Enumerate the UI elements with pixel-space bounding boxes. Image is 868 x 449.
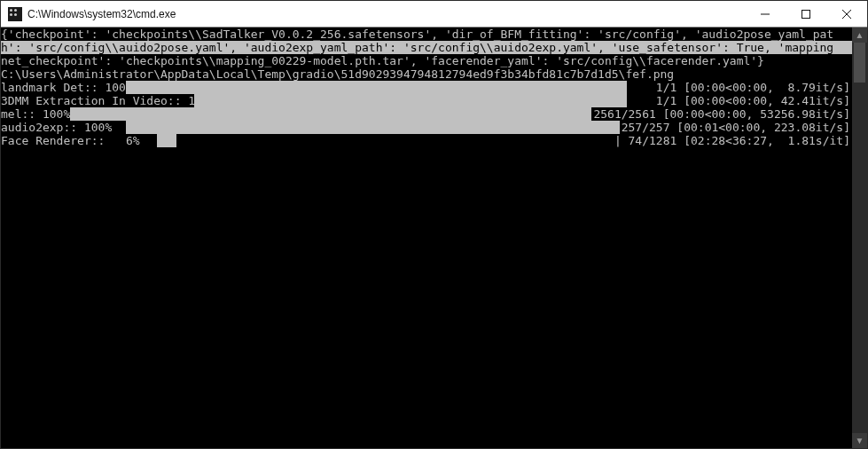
progress-label: audio2exp:: 100% xyxy=(1,121,112,134)
output-line: h': 'src/config\\auido2pose.yaml', 'audi… xyxy=(1,41,852,54)
progress-stats: 257/257 [00:01<00:00, 223.08it/s] xyxy=(622,121,850,134)
progress-label: mel:: 100% xyxy=(1,107,70,121)
svg-rect-0 xyxy=(802,10,810,18)
progress-line: 3DMM Extraction In Video:: 100% 1/1 [00:… xyxy=(1,94,852,107)
progress-label: Face Renderer:: 6% xyxy=(1,134,140,147)
progress-line: audio2exp:: 100%257/257 [00:01<00:00, 22… xyxy=(1,121,852,134)
scroll-down-arrow[interactable]: ▼ xyxy=(852,433,867,448)
progress-bar-fill xyxy=(70,107,591,121)
minimize-button[interactable] xyxy=(745,1,786,28)
progress-stats: 2561/2561 [00:00<00:00, 53256.98it/s] xyxy=(593,107,850,121)
progress-stats: | 74/1281 [02:28<36:27, 1.81s/it] xyxy=(614,134,850,147)
progress-bar-fill xyxy=(194,94,627,107)
output-line: C:\Users\Administrator\AppData\Local\Tem… xyxy=(1,67,852,81)
scroll-thumb[interactable] xyxy=(854,43,865,83)
progress-bar-fill xyxy=(126,81,627,94)
cmd-window: C:\Windows\system32\cmd.exe {'checkpoint… xyxy=(0,0,868,449)
vertical-scrollbar[interactable]: ▲ ▼ xyxy=(852,28,867,448)
progress-line: Face Renderer:: 6%| 74/1281 [02:28<36:27… xyxy=(1,134,852,147)
output-line: {'checkpoint': 'checkpoints\\SadTalker_V… xyxy=(1,28,852,41)
progress-line: mel:: 100%2561/2561 [00:00<00:00, 53256.… xyxy=(1,107,852,121)
scroll-up-arrow[interactable]: ▲ xyxy=(852,28,867,43)
output-line: net_checkpoint': 'checkpoints\\mapping_0… xyxy=(1,54,852,67)
maximize-button[interactable] xyxy=(786,1,826,28)
progress-stats: 1/1 [00:00<00:00, 8.79it/s] xyxy=(629,81,850,94)
progress-bar-fill xyxy=(157,134,176,147)
progress-line: landmark Det:: 100% 1/1 [00:00<00:00, 8.… xyxy=(1,81,852,94)
titlebar[interactable]: C:\Windows\system32\cmd.exe xyxy=(1,1,867,28)
progress-label: landmark Det:: 100% xyxy=(1,81,133,94)
console-output[interactable]: {'checkpoint': 'checkpoints\\SadTalker_V… xyxy=(1,28,852,448)
window-title: C:\Windows\system32\cmd.exe xyxy=(27,8,176,20)
progress-stats: 1/1 [00:00<00:00, 42.41it/s] xyxy=(629,94,850,107)
cmd-icon xyxy=(8,7,22,21)
close-button[interactable] xyxy=(826,1,867,28)
progress-bar-fill xyxy=(126,121,620,134)
progress-label: 3DMM Extraction In Video:: 100% xyxy=(1,94,216,107)
